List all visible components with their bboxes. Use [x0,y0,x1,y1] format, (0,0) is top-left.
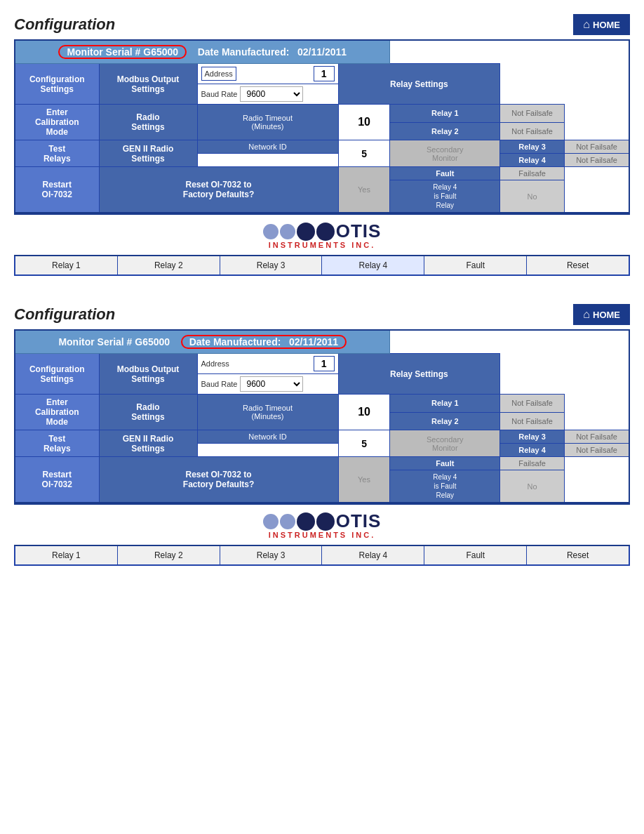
relay4-fault-label-2: Relay 4is FaultRelay [390,470,500,503]
factory-reset-label-1: Reset OI-7032 toFactory Defaults? [99,167,338,213]
relay4-fault-label-1: Relay 4is FaultRelay [390,180,500,213]
otis-circle-dark1-2 [297,512,315,531]
bottom-reset-btn-2[interactable]: Reset [527,546,629,564]
home-button-2[interactable]: ⌂ HOME [573,304,630,325]
radio-timeout-label-2: Radio Timeout(Minutes) [197,395,338,430]
bottom-relay2-btn-1[interactable]: Relay 2 [118,256,220,274]
bottom-relay2-btn-2[interactable]: Relay 2 [118,546,220,564]
enter-calibration-btn-2[interactable]: EnterCalibrationMode [15,395,99,430]
bottom-bar-2: Relay 1 Relay 2 Relay 3 Relay 4 Fault Re… [14,546,630,566]
instruments-label-2: INSTRUMENTS INC. [20,531,624,539]
baud-label-1: Baud Rate [201,90,238,98]
relay2-label-1: Relay 2 [390,122,500,140]
factory-reset-label-2: Reset OI-7032 toFactory Defaults? [99,457,338,503]
home-label-1: HOME [593,20,620,30]
bottom-relay3-btn-1[interactable]: Relay 3 [220,256,323,274]
fault-label-1: Fault [390,167,500,180]
bottom-relay1-btn-1[interactable]: Relay 1 [15,256,118,274]
baud-select-2[interactable]: 9600 19200 38400 57600 115200 [240,376,303,392]
modbus-settings-2[interactable]: Modbus OutputSettings [99,354,197,395]
table-row-relay1-2: EnterCalibrationMode RadioSettings Radio… [15,395,629,413]
table-row-relay1-1: EnterCalibrationMode RadioSettings Radio… [15,105,629,123]
table-row-1-1: ConfigurationSettings Modbus OutputSetti… [15,64,629,84]
bottom-relay4-btn-1[interactable]: Relay 4 [322,256,424,274]
address-label-1: Address [201,67,236,81]
bottom-fault-btn-1[interactable]: Fault [424,256,527,274]
baud-select-1[interactable]: 9600 19200 38400 57600 115200 [240,86,303,102]
otis-brand-2: OTIS [263,510,382,532]
bottom-relay4-btn-2[interactable]: Relay 4 [322,546,424,564]
otis-circle-light2-1 [280,224,295,239]
network-id-empty-2 [197,444,338,457]
home-label-2: HOME [593,310,620,320]
section-1: Configuration ⌂ HOME Monitor Serial # G6… [14,14,630,276]
enter-calibration-btn-1[interactable]: EnterCalibrationMode [15,105,99,140]
instruments-label-1: INSTRUMENTS INC. [20,241,624,249]
bottom-relay3-btn-2[interactable]: Relay 3 [220,546,323,564]
table-row-relay3-1: TestRelays GEN II RadioSettings Network … [15,140,629,154]
bottom-reset-btn-1[interactable]: Reset [527,256,629,274]
radio-timeout-value-1: 10 [338,105,390,140]
config-settings-btn-2[interactable]: ConfigurationSettings [15,354,99,395]
relay4-fault-value-2: No [500,470,565,503]
gen-radio-settings-2[interactable]: GEN II RadioSettings [99,430,197,457]
relay4-value-1: Not Failsafe [564,154,629,167]
table-row-relay3-2: TestRelays GEN II RadioSettings Network … [15,430,629,444]
baud-label-2: Baud Rate [201,380,238,388]
network-id-value-2: 5 [338,430,390,457]
relay2-label-2: Relay 2 [390,412,500,430]
relay2-value-2: Not Failsafe [500,412,565,430]
radio-settings-1[interactable]: RadioSettings [99,105,197,140]
config-settings-btn-1[interactable]: ConfigurationSettings [15,64,99,105]
date-value-2: 02/11/2011 [289,336,338,348]
restart-btn-2[interactable]: RestartOI-7032 [15,457,99,503]
radio-timeout-value-2: 10 [338,395,390,430]
config-table-2: Monitor Serial # G65000 Date Manufacture… [14,329,630,503]
relay3-value-1: Not Failsafe [564,140,629,154]
relay1-value-2: Not Failsafe [500,395,565,413]
restart-btn-1[interactable]: RestartOI-7032 [15,167,99,213]
relay1-value-1: Not Failsafe [500,105,565,123]
otis-logo-1: OTIS INSTRUMENTS INC. [14,213,630,256]
fault-value-2: Failsafe [500,457,565,470]
baud-row-2: Baud Rate 9600 19200 38400 57600 115200 [197,374,338,395]
address-label-2: Address [201,359,229,368]
relay3-label-2: Relay 3 [500,430,565,444]
config-table-1: Monitor Serial # G65000 Date Manufacture… [14,39,630,213]
home-button-1[interactable]: ⌂ HOME [573,14,630,35]
date-label-1: Date Manufactured: [198,46,290,58]
home-icon-1: ⌂ [583,18,590,31]
test-relays-btn-1[interactable]: TestRelays [15,140,99,167]
test-relays-btn-2[interactable]: TestRelays [15,430,99,457]
modbus-settings-1[interactable]: Modbus OutputSettings [99,64,197,105]
secondary-monitor-1: SecondaryMonitor [390,140,500,167]
config-header-1: Configuration ⌂ HOME [14,14,630,35]
serial-number-2: Monitor Serial # G65000 [58,336,170,348]
radio-settings-2[interactable]: RadioSettings [99,395,197,430]
relay4-label-1: Relay 4 [500,154,565,167]
address-row-1: Address 1 [197,64,338,84]
network-id-empty-1 [197,154,338,167]
fault-value-1: Failsafe [500,167,565,180]
date-circle-2: Date Manufactured: 02/11/2011 [181,335,347,349]
relay-settings-header-1: Relay Settings [338,64,500,105]
gen-radio-settings-1[interactable]: GEN II RadioSettings [99,140,197,167]
table-header-row-2: Monitor Serial # G65000 Date Manufacture… [15,330,629,354]
bottom-fault-btn-2[interactable]: Fault [424,546,527,564]
date-value-1: 02/11/2011 [297,46,347,58]
page-title-2: Configuration [14,305,115,324]
otis-circle-light2-2 [280,514,295,529]
address-row-2: Address 1 [197,354,338,374]
bottom-relay1-btn-2[interactable]: Relay 1 [15,546,118,564]
table-row-fault-1: RestartOI-7032 Reset OI-7032 toFactory D… [15,167,629,180]
header-cell-1: Monitor Serial # G65000 Date Manufacture… [15,40,390,64]
serial-number-1: Monitor Serial # G65000 [58,45,187,59]
relay4-label-2: Relay 4 [500,444,565,457]
otis-circle-light1-1 [263,224,279,239]
secondary-monitor-2: SecondaryMonitor [390,430,500,457]
otis-brand-1: OTIS [263,220,382,242]
otis-circle-light1-2 [263,514,279,529]
relay1-label-1: Relay 1 [390,105,500,123]
relay2-value-1: Not Failsafe [500,122,565,140]
date-label-2: Date Manufactured: [189,336,281,348]
